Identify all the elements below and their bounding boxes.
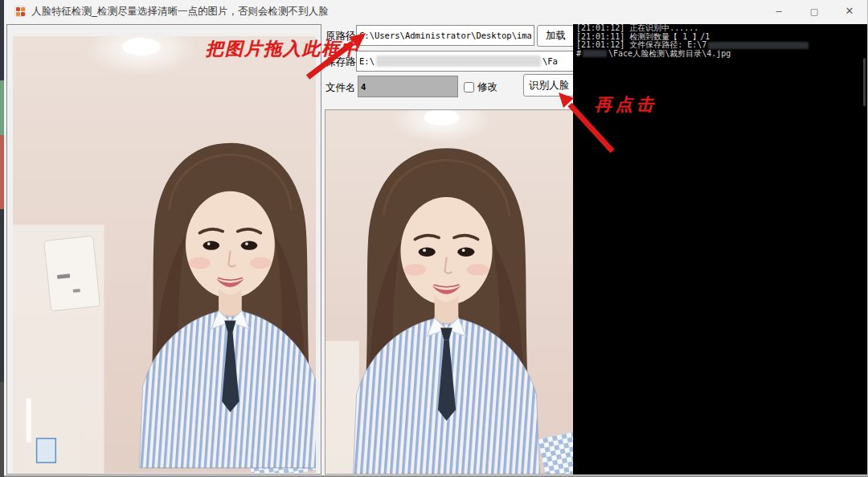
log-censored-bar: [583, 50, 607, 57]
source-path-input[interactable]: [356, 25, 534, 46]
source-portrait-illustration: [13, 36, 316, 473]
maximize-button[interactable]: ▢: [796, 0, 832, 23]
log-censored-bar: [708, 42, 809, 49]
click-hint-annotation: 再点击: [595, 93, 657, 116]
source-image-panel[interactable]: [6, 24, 321, 475]
preview-portrait-illustration: [326, 110, 573, 474]
save-path-censored: [376, 56, 541, 67]
title-bar[interactable]: 人脸特征检测_检测尽量选择清晰一点的图片，否则会检测不到人脸 – ▢ ✕: [4, 0, 867, 23]
modify-checkbox[interactable]: [464, 82, 474, 93]
detect-face-button[interactable]: 识别人脸: [523, 74, 575, 97]
load-button[interactable]: 加载: [537, 25, 575, 47]
close-button[interactable]: ✕: [832, 0, 867, 23]
save-path-field[interactable]: E:\ \Fa: [356, 51, 575, 72]
console-scrollbar[interactable]: [863, 58, 866, 106]
drag-hint-annotation: 把图片拖入此框中: [206, 37, 360, 61]
modify-checkbox-label: 修改: [477, 80, 497, 94]
filename-label: 文件名: [326, 81, 356, 95]
app-icon: [14, 6, 26, 17]
save-path-suffix: \Fa: [542, 51, 558, 71]
log-console[interactable]: [21:01:12] 正在识别中...... [21:01:11] 检测到数量【…: [573, 24, 867, 475]
log-line: #\Face人脸检测\裁剪目录\4.jpg: [573, 50, 867, 59]
filename-input[interactable]: [358, 76, 458, 97]
save-path-prefix: E:\: [359, 51, 375, 71]
app-window: 人脸特征检测_检测尽量选择清晰一点的图片，否则会检测不到人脸 – ▢ ✕: [4, 0, 868, 477]
modify-checkbox-wrap[interactable]: 修改: [464, 80, 497, 94]
source-image: [13, 36, 316, 473]
window-title: 人脸特征检测_检测尽量选择清晰一点的图片，否则会检测不到人脸: [31, 5, 328, 19]
preview-image: [325, 109, 574, 475]
minimize-button[interactable]: –: [761, 0, 796, 23]
